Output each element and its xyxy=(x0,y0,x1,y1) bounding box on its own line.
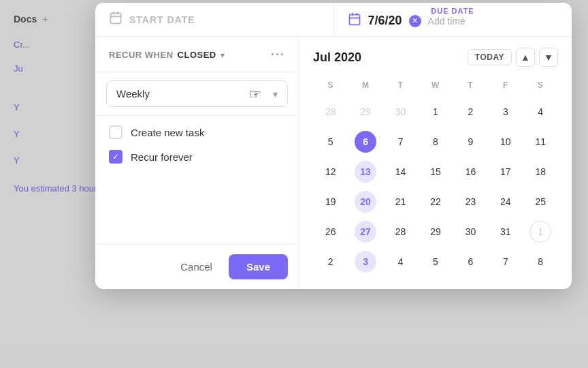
recur-header: RECUR WHEN CLOSED ▾ ··· xyxy=(95,37,299,72)
calendar-cell[interactable]: 28 xyxy=(313,98,348,125)
frequency-dropdown[interactable]: Weekly ☞ ▾ xyxy=(106,80,288,107)
calendar-grid: SMTWTFS 28293012345678910111213141516171… xyxy=(313,78,558,275)
calendar-day-number: 23 xyxy=(459,191,481,213)
calendar-week-3: 19202122232425 xyxy=(313,188,558,215)
create-new-task-label: Create new task xyxy=(131,127,204,138)
due-date-label: DUE DATE xyxy=(333,3,572,15)
create-new-task-checkbox[interactable] xyxy=(109,125,122,139)
add-time-link[interactable]: Add time xyxy=(428,16,466,27)
calendar-cell[interactable]: 29 xyxy=(348,98,382,125)
calendar-day-number: 2 xyxy=(320,251,342,273)
next-month-button[interactable]: ▼ xyxy=(539,48,558,67)
calendar-cell[interactable]: 21 xyxy=(383,188,418,215)
dropdown-chevron-icon: ▾ xyxy=(273,89,278,99)
create-new-task-option[interactable]: Create new task xyxy=(109,125,285,139)
calendar-cell[interactable]: 27 xyxy=(348,218,382,245)
calendar-day-number: 17 xyxy=(495,161,517,183)
frequency-dropdown-wrapper: Weekly ☞ ▾ xyxy=(95,72,299,116)
calendar-cell[interactable]: 7 xyxy=(383,128,418,155)
calendar-cell[interactable]: 2 xyxy=(453,98,488,125)
calendar-cell[interactable]: 29 xyxy=(418,218,453,245)
recur-forever-option[interactable]: ✓ Recur forever xyxy=(109,150,285,164)
modal-body: RECUR WHEN CLOSED ▾ ··· Weekly ☞ ▾ Creat… xyxy=(95,37,572,289)
calendar-cell[interactable]: 15 xyxy=(418,158,453,185)
calendar-day-number: 8 xyxy=(529,251,551,273)
calendar-cell[interactable]: 7 xyxy=(488,248,523,275)
calendar-cell[interactable]: 17 xyxy=(488,158,523,185)
calendar-cell[interactable]: 16 xyxy=(453,158,488,185)
calendar-day-number: 18 xyxy=(529,161,551,183)
calendar-cell[interactable]: 31 xyxy=(488,218,523,245)
calendar-cell[interactable]: 11 xyxy=(523,128,558,155)
start-date-label: START DATE xyxy=(129,14,195,25)
calendar-cell[interactable]: 4 xyxy=(383,248,418,275)
calendar-panel: Jul 2020 TODAY ▲ ▼ SMTWTFS 2829301234567… xyxy=(299,37,572,289)
calendar-cell[interactable]: 18 xyxy=(523,158,558,185)
svg-rect-4 xyxy=(349,14,359,25)
calendar-day-number: 26 xyxy=(320,221,342,243)
clear-due-date-button[interactable]: ✕ xyxy=(409,15,421,27)
calendar-cell[interactable]: 19 xyxy=(313,188,348,215)
day-header-6: S xyxy=(523,78,558,95)
calendar-week-0: 2829301234 xyxy=(313,98,558,125)
calendar-cell[interactable]: 1 xyxy=(523,218,558,245)
day-header-1: M xyxy=(348,78,382,95)
calendar-week-2: 12131415161718 xyxy=(313,158,558,185)
modal-footer: Cancel Save xyxy=(95,244,299,289)
calendar-cell[interactable]: 14 xyxy=(383,158,418,185)
calendar-cell[interactable]: 4 xyxy=(523,98,558,125)
save-button[interactable]: Save xyxy=(229,254,288,279)
calendar-cell[interactable]: 12 xyxy=(313,158,348,185)
calendar-day-number: 9 xyxy=(459,131,481,153)
date-recur-modal: DUE DATE START DATE xyxy=(95,3,572,289)
calendar-cell[interactable]: 9 xyxy=(453,128,488,155)
start-date-section[interactable]: START DATE xyxy=(95,3,334,36)
cancel-button[interactable]: Cancel xyxy=(171,256,222,278)
calendar-day-number: 20 xyxy=(355,191,376,213)
calendar-day-number: 8 xyxy=(425,131,446,153)
calendar-cell[interactable]: 6 xyxy=(453,248,488,275)
calendar-cell[interactable]: 8 xyxy=(523,248,558,275)
day-header-4: T xyxy=(453,78,488,95)
calendar-cell[interactable]: 26 xyxy=(313,218,348,245)
calendar-cell[interactable]: 6 xyxy=(348,128,382,155)
calendar-cell[interactable]: 1 xyxy=(418,98,453,125)
recur-forever-checkbox[interactable]: ✓ xyxy=(109,150,122,164)
calendar-cell[interactable]: 3 xyxy=(488,98,523,125)
calendar-cell[interactable]: 25 xyxy=(523,188,558,215)
calendar-cell[interactable]: 5 xyxy=(418,248,453,275)
calendar-cell[interactable]: 3 xyxy=(348,248,382,275)
calendar-day-number: 6 xyxy=(459,251,481,273)
calendar-cell[interactable]: 13 xyxy=(348,158,382,185)
recur-closed-text: CLOSED xyxy=(178,50,216,60)
calendar-day-number: 29 xyxy=(355,101,376,123)
calendar-cell[interactable]: 30 xyxy=(453,218,488,245)
calendar-icon-start xyxy=(109,11,122,28)
calendar-day-number: 27 xyxy=(355,221,376,243)
calendar-day-headers: SMTWTFS xyxy=(313,78,558,95)
calendar-day-number: 6 xyxy=(355,131,376,153)
calendar-weeks: 2829301234567891011121314151617181920212… xyxy=(313,98,558,275)
calendar-cell[interactable]: 23 xyxy=(453,188,488,215)
calendar-cell[interactable]: 2 xyxy=(313,248,348,275)
calendar-cell[interactable]: 24 xyxy=(488,188,523,215)
calendar-day-number: 30 xyxy=(390,101,412,123)
calendar-cell[interactable]: 10 xyxy=(488,128,523,155)
calendar-cell[interactable]: 28 xyxy=(383,218,418,245)
recur-title[interactable]: RECUR WHEN CLOSED ▾ xyxy=(109,50,225,60)
modal-header: DUE DATE START DATE xyxy=(95,3,572,37)
calendar-cell[interactable]: 5 xyxy=(313,128,348,155)
calendar-cell[interactable]: 8 xyxy=(418,128,453,155)
calendar-day-number: 28 xyxy=(390,221,412,243)
calendar-day-number: 24 xyxy=(495,191,517,213)
more-options-button[interactable]: ··· xyxy=(271,48,285,62)
calendar-day-number: 28 xyxy=(320,101,342,123)
calendar-cell[interactable]: 20 xyxy=(348,188,382,215)
today-button[interactable]: TODAY xyxy=(468,49,512,65)
prev-month-button[interactable]: ▲ xyxy=(516,48,535,67)
calendar-cell[interactable]: 30 xyxy=(383,98,418,125)
calendar-day-number: 3 xyxy=(495,101,517,123)
calendar-cell[interactable]: 22 xyxy=(418,188,453,215)
calendar-day-number: 16 xyxy=(459,161,481,183)
calendar-day-number: 4 xyxy=(529,101,551,123)
